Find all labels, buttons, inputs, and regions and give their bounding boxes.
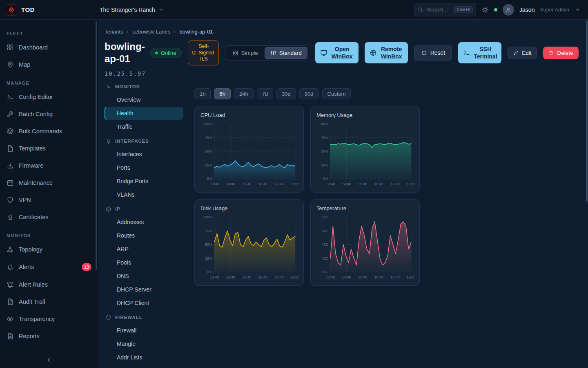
subnav-item-dns[interactable]: DNS bbox=[105, 269, 183, 283]
subnav-header-label: FIREWALL bbox=[115, 315, 143, 320]
charts-column: 1h6h24h7d30d90dCustom CPU Load0%25%50%75… bbox=[194, 79, 420, 368]
sidebar-section: MANAGEConfig EditorBatch ConfigBulk Comm… bbox=[0, 73, 98, 226]
sidebar-item-certificates[interactable]: Certificates bbox=[0, 209, 98, 226]
sidebar-item-dashboard[interactable]: Dashboard bbox=[0, 39, 98, 56]
delete-button[interactable]: Delete bbox=[543, 47, 578, 59]
svg-text:14:40: 14:40 bbox=[342, 275, 351, 279]
time-range-24h[interactable]: 24h bbox=[234, 88, 254, 99]
search-field[interactable] bbox=[426, 7, 450, 13]
time-range-7d[interactable]: 7d bbox=[257, 88, 273, 99]
edit-label: Edit bbox=[522, 50, 531, 56]
sidebar-item-label: VPN bbox=[19, 197, 91, 203]
logo-diamond-icon bbox=[6, 4, 17, 16]
sidebar-item-config-editor[interactable]: Config Editor bbox=[0, 88, 98, 105]
breadcrumb-item-lebowski-lanes[interactable]: Lebowski Lanes bbox=[132, 29, 170, 35]
svg-text:15:40: 15:40 bbox=[358, 182, 368, 186]
subnav-item-interfaces[interactable]: Interfaces bbox=[105, 148, 183, 161]
page-scrollbar-thumb[interactable] bbox=[586, 20, 588, 202]
reset-label: Reset bbox=[430, 49, 445, 56]
subnav-item-dhcp-client[interactable]: DHCP Client bbox=[105, 296, 183, 310]
edit-button[interactable]: Edit bbox=[508, 47, 537, 59]
subnav-item-traffic[interactable]: Traffic bbox=[105, 120, 183, 133]
breadcrumb-item-bowling-ap-01[interactable]: bowling-ap-01 bbox=[179, 29, 213, 35]
chart-plot: 0%25%50%75%100%13:4014:4015:4016:4017:40… bbox=[316, 120, 414, 188]
avatar[interactable] bbox=[503, 4, 514, 16]
chart-plot: 36C42C48C54C60C13:4014:4015:4016:4017:40… bbox=[316, 213, 414, 282]
sidebar-item-label: Certificates bbox=[19, 214, 91, 220]
subnav-header-label: MONITOR bbox=[115, 84, 140, 89]
tenant-selector[interactable]: The Stranger's Ranch bbox=[100, 7, 164, 13]
topbar: TOD The Stranger's Ranch Cmd+K Jason Sup… bbox=[0, 0, 588, 20]
breadcrumb-item-tenants[interactable]: Tenants bbox=[105, 29, 123, 35]
toggle-simple[interactable]: Simple bbox=[227, 47, 264, 59]
sidebar-scrollbar[interactable] bbox=[96, 21, 97, 270]
sidebar-item-label: Config Editor bbox=[19, 94, 91, 100]
svg-text:13:40: 13:40 bbox=[210, 182, 219, 186]
subnav-item-routes[interactable]: Routes bbox=[105, 229, 183, 242]
chart-card-cpu-load: CPU Load0%25%50%75%100%13:4014:4015:4016… bbox=[194, 106, 304, 193]
sidebar-item-firmware[interactable]: Firmware bbox=[0, 157, 98, 174]
subnav-item-bridge-ports[interactable]: Bridge Ports bbox=[105, 175, 183, 188]
status-badge: Online bbox=[150, 48, 182, 58]
view-mode-toggle: Simple Standard bbox=[225, 45, 309, 61]
sidebar-item-alert-rules[interactable]: Alert Rules bbox=[0, 276, 98, 293]
grid-icon bbox=[232, 50, 238, 56]
sidebar-item-topology[interactable]: Topology bbox=[0, 241, 98, 258]
terminal-icon bbox=[7, 93, 14, 101]
svg-text:15:40: 15:40 bbox=[242, 275, 252, 279]
breadcrumb: Tenants›Lebowski Lanes›bowling-ap-01 bbox=[105, 29, 578, 35]
subnav-item-health[interactable]: Health bbox=[105, 107, 183, 120]
time-range-90d[interactable]: 90d bbox=[299, 88, 319, 99]
subnav-item-addr-lists[interactable]: Addr Lists bbox=[105, 351, 183, 364]
open-winbox-button[interactable]: Open WinBox bbox=[315, 42, 359, 63]
sliders-icon bbox=[270, 50, 276, 56]
remote-winbox-button[interactable]: Remote WinBox bbox=[365, 42, 408, 63]
subnav-item-conntrack[interactable]: ConnTrack bbox=[105, 364, 183, 368]
sidebar-section-label: MONITOR bbox=[0, 226, 98, 241]
svg-text:13:40: 13:40 bbox=[326, 275, 335, 279]
subnav-item-firewall[interactable]: Firewall bbox=[105, 324, 183, 337]
sidebar-item-audit-trail[interactable]: Audit Trail bbox=[0, 293, 98, 310]
sidebar-collapse-button[interactable] bbox=[0, 351, 98, 368]
user-menu-chevron-icon[interactable] bbox=[575, 7, 581, 13]
ssh-terminal-button[interactable]: SSH Terminal bbox=[458, 42, 501, 63]
sidebar-item-vpn[interactable]: VPN bbox=[0, 191, 98, 209]
sidebar-item-alerts[interactable]: Alerts13 bbox=[0, 258, 98, 276]
subnav-item-mangle[interactable]: Mangle bbox=[105, 337, 183, 350]
time-range-30d[interactable]: 30d bbox=[276, 88, 296, 99]
subnav-item-ports[interactable]: Ports bbox=[105, 161, 183, 174]
subnav-section: FIREWALLFirewallMangleAddr ListsConnTrac… bbox=[105, 310, 183, 368]
delete-label: Delete bbox=[557, 50, 573, 56]
subnav-item-overview[interactable]: Overview bbox=[105, 93, 183, 106]
svg-text:0%: 0% bbox=[207, 270, 212, 274]
time-range-6h[interactable]: 6h bbox=[214, 88, 230, 99]
theme-toggle-sun-icon[interactable] bbox=[481, 6, 489, 13]
sidebar-item-map[interactable]: Map bbox=[0, 56, 98, 73]
svg-text:14:40: 14:40 bbox=[342, 182, 351, 186]
wrench-icon bbox=[7, 110, 14, 118]
sidebar-item-bulk-commands[interactable]: Bulk Commands bbox=[0, 123, 98, 140]
sidebar-item-batch-config[interactable]: Batch Config bbox=[0, 105, 98, 123]
subnav-item-dhcp-server[interactable]: DHCP Server bbox=[105, 283, 183, 296]
subnav-section: MONITOROverviewHealthTraffic bbox=[105, 79, 183, 133]
open-winbox-label: Open WinBox bbox=[331, 45, 354, 61]
ssh-terminal-label: SSH Terminal bbox=[474, 45, 497, 61]
time-range-1h[interactable]: 1h bbox=[194, 88, 211, 99]
subnav-item-arp[interactable]: ARP bbox=[105, 242, 183, 256]
svg-text:0%: 0% bbox=[207, 177, 212, 181]
sidebar-item-templates[interactable]: Templates bbox=[0, 140, 98, 157]
sidebar-item-label: Alert Rules bbox=[19, 281, 91, 288]
toggle-standard[interactable]: Standard bbox=[265, 47, 307, 59]
logo[interactable]: TOD bbox=[0, 4, 98, 16]
svg-text:14:40: 14:40 bbox=[226, 182, 235, 186]
subnav-item-pools[interactable]: Pools bbox=[105, 256, 183, 269]
time-range-custom[interactable]: Custom bbox=[322, 88, 351, 99]
subnav-item-vlans[interactable]: VLANs bbox=[105, 188, 183, 201]
search-input[interactable]: Cmd+K bbox=[414, 3, 476, 16]
sidebar-item-transparency[interactable]: Transparency bbox=[0, 310, 98, 328]
time-range-selector: 1h6h24h7d30d90dCustom bbox=[194, 88, 420, 99]
subnav-item-addresses[interactable]: Addresses bbox=[105, 215, 183, 229]
sidebar-item-maintenance[interactable]: Maintenance bbox=[0, 174, 98, 191]
reset-button[interactable]: Reset bbox=[414, 45, 452, 61]
sidebar-item-reports[interactable]: Reports bbox=[0, 328, 98, 345]
